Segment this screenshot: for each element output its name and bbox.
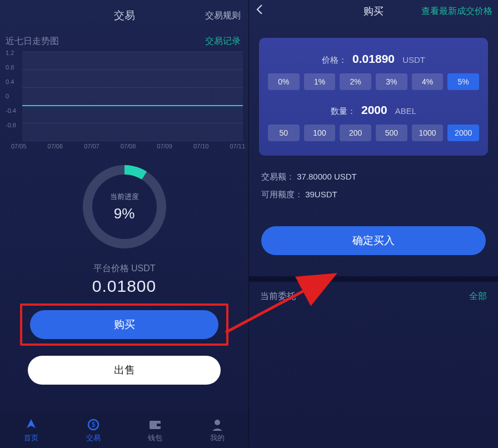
qty-chip-200[interactable]: 200	[340, 125, 371, 141]
tab-wallet[interactable]: 钱包	[124, 412, 187, 448]
pct-chip-4[interactable]: 4%	[412, 73, 444, 90]
qty-chip-2000[interactable]: 2000	[447, 125, 479, 141]
ytick: -0.4	[6, 107, 16, 114]
price-label: 价格：	[322, 55, 347, 64]
percent-chips: 0% 1% 2% 3% 4% 5%	[268, 73, 479, 90]
progress-percent: 9%	[110, 205, 139, 222]
available-value: 39USDT	[305, 190, 337, 199]
ytick: 0.8	[6, 64, 14, 71]
all-orders-link[interactable]: 全部	[469, 291, 487, 302]
rules-link[interactable]: 交易规则	[205, 10, 241, 22]
pct-chip-5[interactable]: 5%	[447, 73, 479, 90]
pct-chip-3[interactable]: 3%	[376, 73, 407, 90]
chart-line	[22, 105, 243, 106]
ytick: 1.2	[6, 49, 14, 56]
tab-label: 交易	[86, 433, 101, 443]
xtick: 07/09	[157, 143, 172, 150]
available-label: 可用额度：	[261, 190, 303, 199]
qty-chip-50[interactable]: 50	[268, 125, 300, 141]
bottom-tabbar: 首页 $ 交易 钱包 我的	[0, 412, 248, 448]
svg-text:$: $	[91, 421, 95, 429]
ytick: 0.4	[6, 78, 14, 85]
qty-label: 数量：	[331, 106, 356, 116]
person-icon	[210, 417, 225, 432]
qty-chip-1000[interactable]: 1000	[412, 125, 444, 141]
xtick: 07/10	[193, 143, 209, 150]
tab-trade[interactable]: $ 交易	[62, 412, 124, 448]
home-icon	[24, 417, 38, 432]
buy-button[interactable]: 购买	[30, 310, 218, 339]
ytick: -0.8	[6, 122, 16, 128]
wallet-icon	[148, 417, 162, 432]
tab-home[interactable]: 首页	[0, 412, 62, 448]
buy-button-highlight: 购买	[20, 303, 228, 346]
progress-label: 当前进度	[110, 192, 139, 202]
tab-label: 钱包	[148, 433, 162, 443]
pct-chip-0[interactable]: 0%	[268, 73, 300, 90]
trade-icon: $	[86, 417, 101, 432]
price-unit: USDT	[402, 55, 425, 64]
sell-button[interactable]: 出售	[28, 356, 221, 385]
svg-rect-3	[157, 424, 161, 426]
xtick: 07/07	[84, 143, 99, 150]
pct-chip-2[interactable]: 2%	[340, 73, 371, 90]
qty-chip-100[interactable]: 100	[304, 125, 336, 141]
history-link[interactable]: 交易记录	[205, 36, 241, 47]
xtick: 07/06	[48, 143, 63, 150]
tab-label: 我的	[210, 433, 225, 443]
chart-title: 近七日走势图	[6, 36, 59, 47]
xtick: 07/08	[121, 143, 136, 150]
view-latest-link[interactable]: 查看最新成交价格	[421, 6, 492, 17]
pct-chip-1[interactable]: 1%	[304, 73, 336, 90]
svg-point-4	[215, 420, 220, 425]
progress-donut: 当前进度 9%	[83, 165, 166, 248]
ytick: 0	[6, 93, 9, 99]
qty-unit: ABEL	[395, 106, 416, 116]
qty-value: 2000	[361, 103, 387, 116]
qty-chips: 50 100 200 500 1000 2000	[268, 125, 479, 141]
amount-value: 37.80000 USDT	[297, 172, 357, 181]
platform-price-value: 0.01800	[0, 277, 248, 296]
price-value: 0.01890	[352, 52, 395, 65]
section-divider	[249, 276, 498, 282]
tab-label: 首页	[24, 433, 38, 443]
trend-chart: 1.2 0.8 0.4 0 -0.4 -0.8 07/05 07/06 07/0…	[0, 49, 248, 155]
amount-label: 交易额：	[261, 172, 295, 181]
qty-chip-500[interactable]: 500	[376, 125, 407, 141]
current-orders-label: 当前委托	[260, 291, 296, 302]
xtick: 07/05	[11, 143, 27, 150]
tab-me[interactable]: 我的	[186, 412, 248, 448]
page-title: 交易	[114, 8, 135, 23]
xtick: 07/11	[230, 143, 245, 150]
platform-price-label: 平台价格 USDT	[0, 263, 248, 275]
confirm-buy-button[interactable]: 确定买入	[261, 226, 486, 255]
order-card: 价格： 0.01890 USDT 0% 1% 2% 3% 4% 5% 数量： 2…	[259, 38, 488, 156]
